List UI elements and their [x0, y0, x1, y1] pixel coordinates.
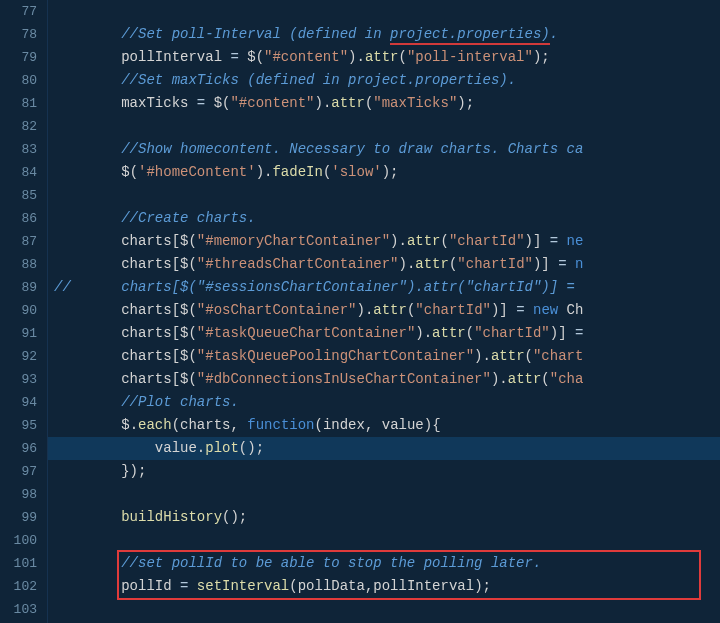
code-line[interactable]: charts[$("#taskQueuePoolingChartContaine…	[54, 345, 720, 368]
code-text: //Create charts.	[54, 207, 720, 230]
code-text: });	[54, 460, 720, 483]
code-text: value.plot();	[54, 437, 720, 460]
line-number: 81	[0, 92, 37, 115]
code-line[interactable]	[54, 483, 720, 506]
line-number: 84	[0, 161, 37, 184]
code-line[interactable]: //Create charts.	[54, 207, 720, 230]
line-number: 94	[0, 391, 37, 414]
line-number: 99	[0, 506, 37, 529]
code-line[interactable]	[54, 529, 720, 552]
code-line[interactable]: //Set maxTicks (defined in project.prope…	[54, 69, 720, 92]
line-number: 95	[0, 414, 37, 437]
line-number: 77	[0, 0, 37, 23]
line-number: 78	[0, 23, 37, 46]
code-line[interactable]: $('#homeContent').fadeIn('slow');	[54, 161, 720, 184]
code-line[interactable]: pollInterval = $("#content").attr("poll-…	[54, 46, 720, 69]
code-line[interactable]: charts[$("#osChartContainer").attr("char…	[54, 299, 720, 322]
code-line[interactable]: //set pollId to be able to stop the poll…	[54, 552, 720, 575]
line-number: 86	[0, 207, 37, 230]
line-number: 79	[0, 46, 37, 69]
code-line[interactable]: charts[$("#dbConnectionsInUseChartContai…	[54, 368, 720, 391]
code-line[interactable]: //Plot charts.	[54, 391, 720, 414]
line-number: 103	[0, 598, 37, 621]
line-number: 101	[0, 552, 37, 575]
code-text: $('#homeContent').fadeIn('slow');	[54, 161, 720, 184]
code-text: charts[$("#taskQueueChartContainer").att…	[54, 322, 720, 345]
line-number: 97	[0, 460, 37, 483]
line-number: 96	[0, 437, 37, 460]
code-line[interactable]	[54, 184, 720, 207]
line-number: 88	[0, 253, 37, 276]
code-line[interactable]	[54, 0, 720, 23]
line-number: 83	[0, 138, 37, 161]
line-number-gutter: 7778798081828384858687888990919293949596…	[0, 0, 48, 623]
code-line[interactable]: $.each(charts, function(index, value){	[54, 414, 720, 437]
line-number: 89	[0, 276, 37, 299]
line-number: 82	[0, 115, 37, 138]
code-editor-area[interactable]: //Set poll-Interval (defined in project.…	[48, 0, 720, 623]
code-text: charts[$("#memoryChartContainer").attr("…	[54, 230, 720, 253]
line-number: 87	[0, 230, 37, 253]
code-text: charts[$("#osChartContainer").attr("char…	[54, 299, 720, 322]
code-text: pollId = setInterval(pollData,pollInterv…	[54, 575, 720, 598]
code-text: //Show homecontent. Necessary to draw ch…	[54, 138, 720, 161]
code-line[interactable]: pollId = setInterval(pollData,pollInterv…	[54, 575, 720, 598]
line-number: 102	[0, 575, 37, 598]
code-line[interactable]: value.plot();	[54, 437, 720, 460]
code-text: buildHistory();	[54, 506, 720, 529]
code-line[interactable]: //Show homecontent. Necessary to draw ch…	[54, 138, 720, 161]
line-number: 80	[0, 69, 37, 92]
line-number: 90	[0, 299, 37, 322]
code-text: maxTicks = $("#content").attr("maxTicks"…	[54, 92, 720, 115]
code-text: //Set poll-Interval (defined in project.…	[54, 23, 720, 46]
code-line[interactable]	[54, 115, 720, 138]
code-line[interactable]: // charts[$("#sessionsChartContainer").a…	[54, 276, 720, 299]
code-text: //Set maxTicks (defined in project.prope…	[54, 69, 720, 92]
line-number: 98	[0, 483, 37, 506]
code-text: charts[$("#taskQueuePoolingChartContaine…	[54, 345, 720, 368]
code-line[interactable]: charts[$("#threadsChartContainer").attr(…	[54, 253, 720, 276]
line-number: 91	[0, 322, 37, 345]
code-line[interactable]: charts[$("#taskQueueChartContainer").att…	[54, 322, 720, 345]
code-line[interactable]	[54, 598, 720, 621]
code-line[interactable]: charts[$("#memoryChartContainer").attr("…	[54, 230, 720, 253]
code-line[interactable]: });	[54, 460, 720, 483]
code-text: pollInterval = $("#content").attr("poll-…	[54, 46, 720, 69]
code-line[interactable]: buildHistory();	[54, 506, 720, 529]
line-number: 85	[0, 184, 37, 207]
code-text: $.each(charts, function(index, value){	[54, 414, 720, 437]
line-number: 100	[0, 529, 37, 552]
code-text: charts[$("#threadsChartContainer").attr(…	[54, 253, 720, 276]
code-line[interactable]: //Set poll-Interval (defined in project.…	[54, 23, 720, 46]
code-text: // charts[$("#sessionsChartContainer").a…	[54, 276, 720, 299]
code-text: charts[$("#dbConnectionsInUseChartContai…	[54, 368, 720, 391]
line-number: 92	[0, 345, 37, 368]
code-line[interactable]: maxTicks = $("#content").attr("maxTicks"…	[54, 92, 720, 115]
code-text: //Plot charts.	[54, 391, 720, 414]
line-number: 93	[0, 368, 37, 391]
code-text: //set pollId to be able to stop the poll…	[54, 552, 720, 575]
